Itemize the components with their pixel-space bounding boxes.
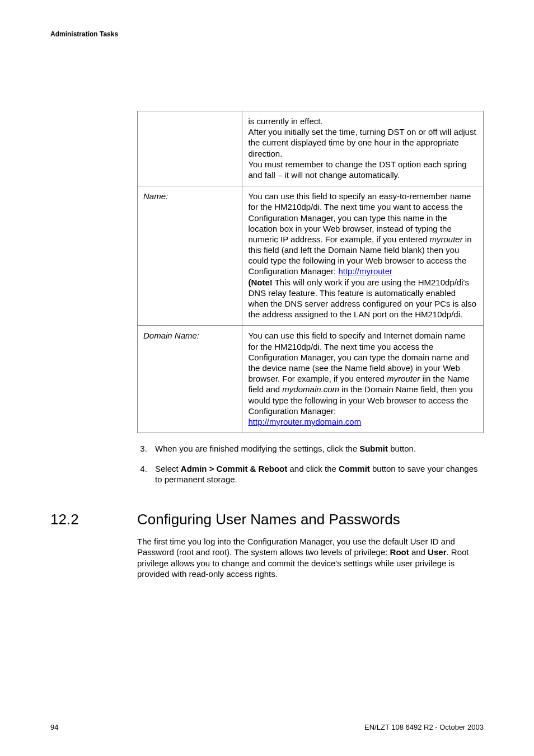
table-row-label: Name: [138, 186, 242, 326]
table-row-description: You can use this field to specify and In… [242, 326, 484, 433]
hyperlink[interactable]: http://myrouter [338, 266, 392, 276]
instruction-step: Select Admin > Commit & Reboot and click… [149, 463, 484, 485]
table-row-description: is currently in effect.After you initial… [242, 111, 484, 186]
table-row-label [138, 111, 242, 186]
section-number: 12.2 [50, 511, 137, 528]
section-body: The first time you log into the Configur… [137, 536, 484, 580]
section-heading: 12.2 Configuring User Names and Password… [50, 511, 484, 528]
table-row: Name:You can use this field to specify a… [138, 186, 484, 326]
instruction-steps: When you are finished modifying the sett… [137, 443, 484, 485]
table-row: Domain Name:You can use this field to sp… [138, 326, 484, 433]
table-row: is currently in effect.After you initial… [138, 111, 484, 186]
settings-table: is currently in effect.After you initial… [137, 111, 484, 433]
section-title: Configuring User Names and Passwords [137, 511, 400, 528]
footer-doc-id: EN/LZT 108 6492 R2 - October 2003 [364, 723, 484, 731]
table-row-label: Domain Name: [138, 326, 242, 433]
table-row-description: You can use this field to specify an eas… [242, 186, 484, 326]
hyperlink[interactable]: http://myrouter.mydomain.com [248, 417, 361, 426]
page-number: 94 [50, 723, 58, 731]
running-header: Administration Tasks [50, 30, 484, 38]
page-footer: 94 EN/LZT 108 6492 R2 - October 2003 [50, 723, 484, 731]
instruction-step: When you are finished modifying the sett… [149, 443, 484, 454]
